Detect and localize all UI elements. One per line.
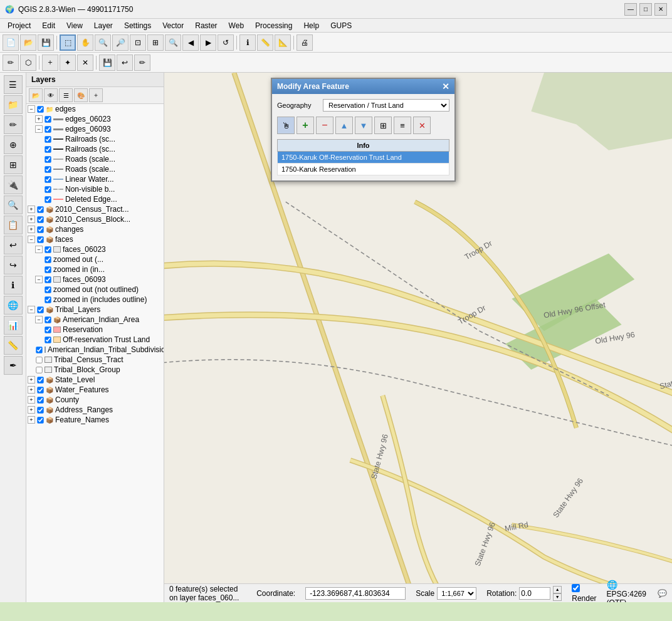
expand-edges-06023[interactable]: + [35,115,43,123]
move-feature-btn[interactable]: ✦ [60,55,76,71]
expand-edges[interactable]: − [28,105,35,113]
minimize-button[interactable]: — [624,3,637,16]
zoom-selection-btn[interactable]: ⊞ [147,34,164,51]
browser-btn[interactable]: 📁 [4,95,23,114]
expand-feature-names[interactable]: + [28,416,35,424]
search-btn[interactable]: 🔍 [4,196,23,214]
dialog-up-btn[interactable]: ▲ [335,117,353,134]
cb-state-level[interactable] [37,377,43,383]
expand-state-level[interactable]: + [28,376,35,384]
layer-aits[interactable]: American_Indian_Tribal_Subdivision [26,345,164,355]
measure-area-btn[interactable]: 📐 [275,34,291,51]
menu-processing[interactable]: Processing [250,20,297,31]
rotation-spinners[interactable]: ▲ ▼ [553,586,562,601]
save-edits-btn[interactable]: 💾 [99,55,115,71]
cb-roads1[interactable] [45,156,51,162]
add-layer-btn[interactable]: ＋ [89,88,103,102]
stats-btn[interactable]: 📊 [4,316,23,335]
layer-visibility-btn[interactable]: 👁 [44,88,58,102]
layer-state-level[interactable]: + 📦 State_Level [26,375,164,385]
layer-edges-06093[interactable]: − edges_06093 [26,124,164,134]
cb-changes[interactable] [37,226,43,232]
layers-btn[interactable]: ☰ [4,75,23,94]
layer-tribal-block-group[interactable]: Tribal_Block_Group [26,365,164,375]
menu-raster[interactable]: Raster [190,20,222,31]
save-project-btn[interactable]: 💾 [38,34,54,51]
cb-off-reservation[interactable] [45,337,51,343]
cb-census-block[interactable] [37,216,43,222]
layer-water-features[interactable]: + 📦 Water_Features [26,385,164,395]
rollback-btn[interactable]: ↩ [117,55,133,71]
menu-view[interactable]: View [61,20,88,31]
dialog-add-btn[interactable]: + [297,117,314,134]
expand-census-block[interactable]: + [28,216,35,223]
cb-zoomed-out-06023[interactable] [45,256,51,263]
rotation-up-btn[interactable]: ▲ [553,586,562,593]
maximize-button[interactable]: □ [639,3,652,16]
layer-feature-names[interactable]: + 📦 Feature_Names [26,415,164,425]
layer-zoomed-out-06093[interactable]: zoomed out (not outlined) [26,284,164,295]
coordinate-btn[interactable]: ⊞ [4,155,23,174]
render-checkbox[interactable] [572,584,580,592]
log-btn[interactable]: 📋 [4,216,23,234]
expand-faces-06093[interactable]: − [35,276,43,283]
cb-aits[interactable] [36,347,42,353]
expand-water-features[interactable]: + [28,386,35,394]
layer-county[interactable]: + 📦 County [26,395,164,405]
cb-reservation[interactable] [45,326,51,333]
layer-zoomed-in-06093[interactable]: zoomed in (includes outline) [26,295,164,305]
expand-county[interactable]: + [28,396,35,404]
refresh-btn[interactable]: ↺ [218,34,234,51]
rotation-down-btn[interactable]: ▼ [553,593,562,601]
layer-tribal-census-tract[interactable]: Tribal_Census_Tract [26,355,164,365]
cb-edges-06093[interactable] [45,126,51,132]
cb-tribal[interactable] [37,306,43,313]
menu-help[interactable]: Help [298,20,324,31]
dialog-cursor-btn[interactable]: 🖱 [277,117,295,134]
menu-edit[interactable]: Edit [37,20,60,31]
cb-deleted-edge[interactable] [45,196,51,202]
layer-changes[interactable]: + 📦 changes [26,224,164,234]
layer-faces-06023[interactable]: − faces_06023 [26,244,164,254]
layer-deleted-edge[interactable]: Deleted Edge... [26,194,164,204]
layers-content[interactable]: − 📁 edges + edges_06023 − edges_06093 [26,104,164,602]
cb-zoomed-in-06023[interactable] [45,266,51,273]
geography-select[interactable]: Reservation / Trust LandCountyState [323,99,449,112]
cb-zoomed-out-06093[interactable] [45,286,51,293]
map-area[interactable]: Troop Dr Old Hwy 96 Offset Old Hwy 96 St… [164,73,672,602]
layer-zoomed-out-06023[interactable]: zoomed out (... [26,254,164,264]
cb-edges-06023[interactable] [45,116,51,122]
cb-water-features[interactable] [37,387,43,393]
filter-layer-btn[interactable]: ☰ [59,88,73,102]
globe-btn[interactable]: 🌐 [4,296,23,315]
pan-tool-btn[interactable]: ✋ [77,34,93,51]
layer-faces-06093[interactable]: − faces_06093 [26,274,164,284]
coordinate-input[interactable] [305,587,406,600]
cb-zoomed-in-06093[interactable] [45,296,51,303]
new-project-btn[interactable]: 📄 [3,34,19,51]
cb-railroads2[interactable] [45,146,51,152]
expand-faces-06023[interactable]: − [35,246,43,253]
dialog-down-btn[interactable]: ▼ [355,117,372,134]
layer-roads1[interactable]: Roads (scale... [26,154,164,164]
menu-gups[interactable]: GUPS [325,20,357,31]
expand-tribal[interactable]: − [28,306,35,313]
toggle-edit-btn[interactable]: ✏ [134,55,150,71]
cb-linear-water[interactable] [45,176,51,182]
digitize-btn[interactable]: ✏ [3,55,19,71]
dialog-x-btn[interactable]: ✕ [413,117,431,134]
open-project-btn[interactable]: 📂 [20,34,36,51]
plugins-btn[interactable]: 🔌 [4,175,23,194]
cb-aia[interactable] [45,316,51,323]
dialog-grid-btn[interactable]: ⊞ [374,117,392,134]
expand-faces[interactable]: − [28,236,35,243]
zoom-in-btn[interactable]: 🔍 [95,34,111,51]
layer-census-tract[interactable]: + 📦 2010_Census_Tract... [26,204,164,214]
layer-linear-water[interactable]: Linear Water... [26,174,164,184]
open-layer-btn[interactable]: 📂 [29,88,43,102]
layer-tribal-layers[interactable]: − 📦 Tribal_Layers [26,305,164,315]
expand-edges-06093[interactable]: − [35,125,43,133]
cb-feature-names[interactable] [37,417,43,423]
print-btn[interactable]: 🖨 [297,34,313,51]
select-tool-btn[interactable]: ⬚ [60,34,76,51]
